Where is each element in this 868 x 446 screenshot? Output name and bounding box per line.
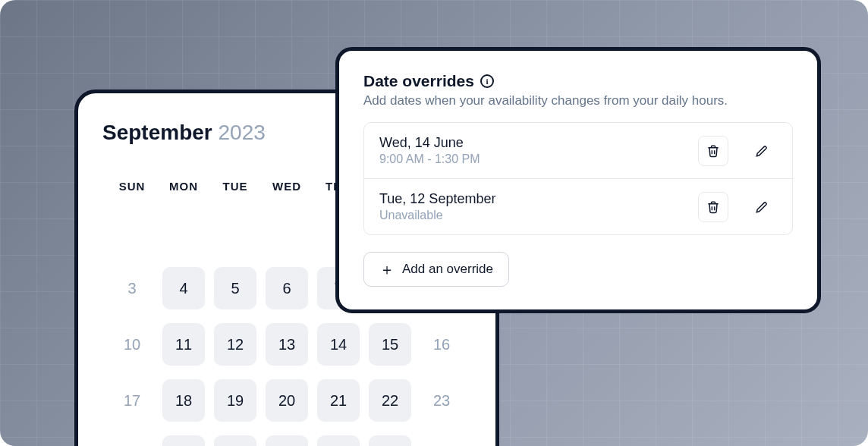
override-date: Tue, 12 September	[379, 191, 495, 207]
calendar-day[interactable]: 14	[317, 323, 360, 366]
trash-icon	[706, 199, 721, 215]
add-override-label: Add an override	[402, 262, 493, 277]
delete-button[interactable]	[698, 192, 728, 222]
calendar-day: 17	[111, 379, 153, 422]
calendar-day: 24	[111, 435, 153, 446]
override-item: Wed, 14 June 9:00 AM - 1:30 PM	[364, 123, 792, 179]
calendar-day: 10	[111, 323, 153, 366]
edit-button[interactable]	[747, 136, 777, 166]
calendar-dow: TUE	[213, 180, 257, 197]
calendar-day[interactable]: 4	[162, 267, 205, 309]
overrides-title: Date overrides	[363, 72, 474, 90]
override-time: Unavailable	[379, 209, 495, 222]
pencil-icon	[754, 199, 769, 215]
stage: September 2023 SUNMONTUEWEDTHUFRISAT 345…	[0, 0, 868, 446]
info-icon[interactable]: i	[480, 74, 494, 88]
calendar-day: 16	[420, 323, 463, 366]
calendar-dow: MON	[162, 180, 206, 197]
calendar-day[interactable]: 29	[369, 435, 411, 446]
calendar-day[interactable]: 22	[369, 379, 411, 422]
calendar-month: September	[102, 121, 212, 144]
override-time: 9:00 AM - 1:30 PM	[379, 152, 480, 166]
override-date: Wed, 14 June	[379, 135, 480, 151]
calendar-dow: SUN	[110, 180, 154, 197]
overrides-subtitle: Add dates when your availability changes…	[363, 93, 793, 108]
override-item: Tue, 12 September Unavailable	[364, 179, 792, 234]
calendar-dow: WED	[265, 180, 309, 197]
calendar-day[interactable]: 21	[317, 379, 360, 422]
calendar-day[interactable]: 25	[162, 435, 205, 446]
calendar-day[interactable]: 13	[266, 323, 308, 366]
calendar-day[interactable]: 5	[214, 267, 256, 309]
date-overrides-card: Date overrides i Add dates when your ava…	[335, 47, 821, 313]
edit-button[interactable]	[747, 192, 777, 222]
overrides-list: Wed, 14 June 9:00 AM - 1:30 PM Tue, 12 S…	[363, 122, 793, 235]
calendar-year: 2023	[219, 121, 266, 144]
calendar-day[interactable]: 18	[162, 379, 205, 422]
calendar-day[interactable]: 28	[317, 435, 360, 446]
calendar-day[interactable]: 12	[214, 323, 256, 366]
calendar-day: 23	[420, 379, 463, 422]
trash-icon	[706, 143, 721, 159]
add-override-button[interactable]: ＋ Add an override	[363, 252, 509, 287]
calendar-day[interactable]: 26	[214, 435, 256, 446]
delete-button[interactable]	[698, 136, 728, 166]
calendar-day[interactable]: 15	[369, 323, 411, 366]
plus-icon: ＋	[379, 262, 395, 277]
calendar-day[interactable]: 20	[266, 379, 308, 422]
pencil-icon	[754, 143, 769, 159]
calendar-day[interactable]: 19	[214, 379, 256, 422]
calendar-day[interactable]: 11	[162, 323, 205, 366]
calendar-day[interactable]: 27	[266, 435, 308, 446]
calendar-day: 3	[111, 267, 153, 309]
calendar-day: 30	[420, 435, 463, 446]
calendar-day[interactable]: 6	[266, 267, 308, 309]
